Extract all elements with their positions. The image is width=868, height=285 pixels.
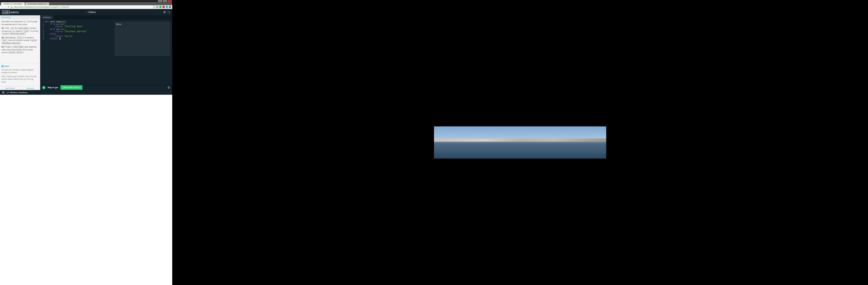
bottom-bar: 17. Review: Functions bbox=[0, 90, 172, 95]
editor-column: script.py 1 ▾ 2 ▾ 3 4 ▾ 5 6 ▾ 7 8 de bbox=[40, 15, 172, 90]
window-titlebar bbox=[0, 0, 172, 2]
forward-icon[interactable]: → bbox=[4, 6, 6, 8]
close-success-icon[interactable]: × bbox=[167, 86, 170, 89]
main-area: Functions that takes one argument s. Don… bbox=[0, 15, 172, 90]
url-text: https://www.codecademy.com/courses/pytho… bbox=[14, 6, 69, 8]
instruction-01: that takes one argument s. Don't forget … bbox=[2, 20, 38, 26]
output-text: None bbox=[116, 23, 121, 26]
editor-body: 1 ▾ 2 ▾ 3 4 ▾ 5 6 ▾ 7 8 def shut_down(s)… bbox=[40, 20, 172, 85]
instruction-04: 04. Finally, if shut_down gets anything … bbox=[2, 46, 38, 54]
check-icon: ✓ bbox=[42, 86, 45, 89]
panorama-photo bbox=[434, 127, 606, 158]
window-controls bbox=[158, 0, 172, 2]
image-viewer bbox=[172, 0, 868, 285]
minimize-button[interactable] bbox=[158, 0, 162, 2]
instruction-03: 03. Alternatively, elif s is equal to "n… bbox=[2, 36, 38, 45]
tab-title: Functions | Codecademy bbox=[3, 3, 23, 5]
extension-icon[interactable] bbox=[159, 6, 162, 8]
back-icon[interactable]: ← bbox=[1, 6, 3, 8]
extension-icon[interactable] bbox=[156, 6, 158, 8]
close-window-button[interactable] bbox=[167, 0, 172, 2]
question-icon: ? bbox=[2, 65, 4, 67]
lesson-title: 17. Review: Functions bbox=[7, 91, 28, 94]
hint-p2: Also, ensure your function returns the a… bbox=[2, 75, 38, 84]
maximize-button[interactable] bbox=[163, 0, 167, 2]
hint-box: ? Hint Ensure your function outputs appe… bbox=[0, 63, 40, 86]
close-tab-icon[interactable]: × bbox=[24, 3, 25, 5]
lock-icon: 🔒 bbox=[10, 6, 13, 8]
sidebar-footer: Q&A Forum Glossary bbox=[0, 86, 40, 90]
browser-tab-active[interactable]: Functions | Codecademy × bbox=[1, 2, 25, 5]
extension-icons bbox=[153, 6, 171, 8]
instructions: that takes one argument s. Don't forget … bbox=[0, 19, 40, 63]
close-tab-icon[interactable]: × bbox=[48, 3, 49, 5]
breadcrumb-label: Python bbox=[88, 11, 96, 13]
fullscreen-icon[interactable] bbox=[167, 11, 170, 13]
tab-strip: Functions | Codecademy × 17/19 return ou… bbox=[0, 2, 172, 5]
logo[interactable]: codecademy bbox=[2, 11, 19, 14]
hint-body: Ensure your function outputs appear exac… bbox=[2, 69, 38, 84]
browser-tab-inactive[interactable]: 17/19 return outside func × bbox=[25, 2, 49, 5]
header-right bbox=[163, 11, 170, 13]
extension-icon[interactable] bbox=[166, 6, 168, 8]
sidebar-title: Functions bbox=[0, 15, 40, 19]
hamburger-icon[interactable] bbox=[2, 92, 4, 93]
app-header: codecademy ‹ Python bbox=[0, 9, 172, 15]
svg-point-0 bbox=[163, 11, 166, 13]
page-background bbox=[0, 95, 172, 285]
success-text: Way to go! bbox=[48, 86, 58, 89]
glossary-link[interactable]: Glossary bbox=[20, 86, 40, 90]
tab-title: 17/19 return outside func bbox=[28, 3, 47, 5]
chevron-left-icon: ‹ bbox=[86, 11, 87, 13]
instruction-02: 02. Then, if the shut_down function rece… bbox=[2, 27, 38, 35]
logo-text: cademy bbox=[10, 11, 19, 14]
hint-p1: Ensure your function outputs appear exac… bbox=[2, 69, 38, 74]
editor-tabs: script.py bbox=[40, 15, 172, 20]
reload-icon[interactable]: ⟳ bbox=[7, 6, 9, 8]
success-bar: ✓ Way to go! Start Next Lesson × bbox=[40, 85, 172, 90]
output-panel: None bbox=[115, 22, 170, 56]
breadcrumb[interactable]: ‹ Python bbox=[86, 11, 96, 13]
browser-window: Functions | Codecademy × 17/19 return ou… bbox=[0, 0, 172, 285]
star-icon[interactable] bbox=[153, 6, 155, 8]
menu-icon[interactable] bbox=[169, 6, 171, 8]
extension-icon[interactable] bbox=[162, 6, 165, 8]
bug-icon[interactable] bbox=[163, 11, 166, 13]
line-gutter: 1 ▾ 2 ▾ 3 4 ▾ 5 6 ▾ 7 8 bbox=[40, 21, 45, 84]
cursor bbox=[60, 37, 61, 40]
nav-bar: ← → ⟳ 🔒 https://www.codecademy.com/cours… bbox=[0, 5, 172, 9]
logo-box: code bbox=[2, 10, 9, 14]
start-next-button[interactable]: Start Next Lesson bbox=[61, 85, 83, 90]
hint-title[interactable]: ? Hint bbox=[2, 65, 38, 68]
qa-forum-link[interactable]: Q&A Forum bbox=[0, 86, 20, 90]
editor-tab[interactable]: script.py bbox=[40, 15, 53, 20]
sidebar: Functions that takes one argument s. Don… bbox=[0, 15, 40, 90]
url-bar[interactable]: 🔒 https://www.codecademy.com/courses/pyt… bbox=[10, 6, 152, 8]
